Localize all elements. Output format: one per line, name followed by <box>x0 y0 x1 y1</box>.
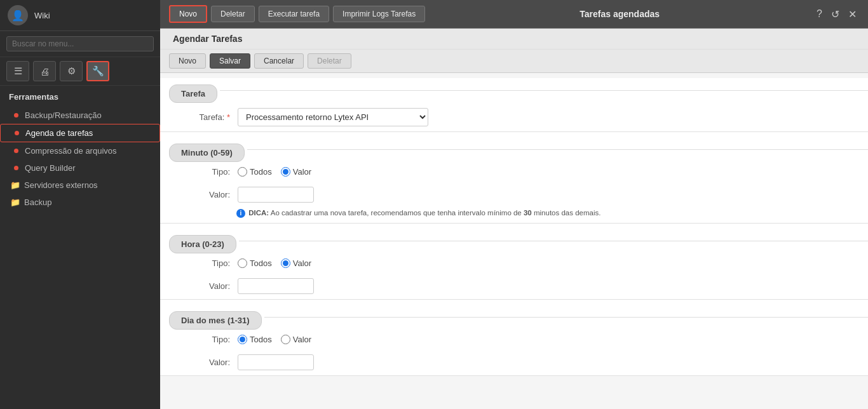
novo-button-top[interactable]: Novo <box>169 5 207 23</box>
top-bar-right-actions: ? ↺ ✕ <box>814 7 859 22</box>
tools-icon-btn[interactable]: 🔧 <box>86 61 109 81</box>
sidebar-item-agenda[interactable]: Agenda de tarefas <box>0 124 160 142</box>
executar-button-top[interactable]: Executar tarefa <box>259 6 329 22</box>
avatar-icon: 👤 <box>11 10 24 22</box>
section-title: Agendar Tarefas <box>173 34 242 44</box>
folder-icon: 📁 <box>10 180 20 190</box>
sidebar-item-label: Agenda de tarefas <box>25 128 93 138</box>
minuto-group-header: Minuto (0-59) <box>160 137 868 162</box>
minuto-valor-label-field: Valor: <box>179 190 230 199</box>
minuto-group: Minuto (0-59) Tipo: Todos Valor <box>160 137 868 224</box>
tarefa-select[interactable]: Processamento retorno Lytex API <box>238 108 428 126</box>
avatar: 👤 <box>8 5 28 25</box>
salvar-button-form[interactable]: Salvar <box>210 53 250 69</box>
sidebar-section-title: Ferramentas <box>0 86 160 104</box>
diameses-valor-label: Valor <box>293 335 311 344</box>
hora-todos-label: Todos <box>250 258 272 268</box>
sidebar-item-label: Servidores externos <box>24 180 98 190</box>
diameses-todos-radio[interactable] <box>238 335 247 344</box>
main-content: Novo Deletar Executar tarefa Imprimir Lo… <box>160 0 868 409</box>
diameses-valor-input[interactable] <box>238 354 314 370</box>
diameses-valor-radio-item[interactable]: Valor <box>281 335 311 344</box>
hora-valor-row: Valor: <box>160 273 868 299</box>
dot-icon <box>14 166 18 170</box>
hint-dica-label: DICA: Ao cadastrar uma nova tarefa, reco… <box>248 209 600 217</box>
diameses-group-header: Dia do mes (1-31) <box>160 305 868 330</box>
diameses-valor-radio[interactable] <box>281 335 290 344</box>
hora-tipo-row: Tipo: Todos Valor <box>160 253 868 273</box>
novo-button-form[interactable]: Novo <box>169 53 206 69</box>
deletar-button-top[interactable]: Deletar <box>211 6 255 22</box>
cancelar-button-form[interactable]: Cancelar <box>254 53 304 69</box>
help-icon[interactable]: ? <box>814 7 825 21</box>
top-bar-left-actions: Novo Deletar Executar tarefa Imprimir Lo… <box>169 5 425 23</box>
sidebar-item-label: Compressão de arquivos <box>25 146 117 156</box>
group-divider <box>247 149 868 150</box>
page-title: Tarefas agendadas <box>580 9 660 19</box>
minuto-todos-label: Todos <box>250 167 272 177</box>
minuto-valor-input[interactable] <box>238 187 314 203</box>
hora-todos-radio-item[interactable]: Todos <box>238 258 272 268</box>
close-icon[interactable]: ✕ <box>846 7 859 22</box>
sidebar-search-container <box>0 31 160 57</box>
tarefa-group-header: Tarefa <box>160 78 868 103</box>
deletar-button-form[interactable]: Deletar <box>308 53 351 69</box>
hora-tipo-label: Tipo: <box>179 258 230 268</box>
minuto-valor-label: Valor <box>293 167 311 177</box>
tarefa-row: Tarefa: * Processamento retorno Lytex AP… <box>160 103 868 131</box>
diameses-valor-row: Valor: <box>160 349 868 375</box>
sidebar-item-backup[interactable]: Backup/Restauração <box>0 107 160 124</box>
settings-icon-btn[interactable]: ⚙ <box>60 61 83 81</box>
diameses-tipo-row: Tipo: Todos Valor <box>160 330 868 349</box>
print-icon-btn[interactable]: 🖨 <box>33 61 56 81</box>
sidebar-item-backup-folder[interactable]: 📁 Backup <box>0 194 160 211</box>
tarefa-group: Tarefa Tarefa: * Processamento retorno L… <box>160 78 868 132</box>
minuto-todos-radio[interactable] <box>238 167 247 177</box>
sidebar-item-label: Query Builder <box>25 163 75 173</box>
dot-icon <box>15 131 19 135</box>
sidebar-item-querybuilder[interactable]: Query Builder <box>0 159 160 177</box>
minuto-tipo-label: Tipo: <box>179 167 230 177</box>
group-divider <box>264 317 868 318</box>
minuto-todos-radio-item[interactable]: Todos <box>238 167 272 177</box>
diameses-tipo-label: Tipo: <box>179 335 230 344</box>
sidebar-icons: ☰ 🖨 ⚙ 🔧 <box>0 57 160 86</box>
hora-valor-input[interactable] <box>238 278 314 294</box>
minuto-valor-radio-item[interactable]: Valor <box>281 167 311 177</box>
section-toolbar: Novo Salvar Cancelar Deletar <box>160 50 868 73</box>
search-input[interactable] <box>6 36 154 51</box>
sidebar: 👤 Wiki ☰ 🖨 ⚙ 🔧 Ferramentas Backup/Restau… <box>0 0 160 409</box>
sidebar-nav: Backup/Restauração Agenda de tarefas Com… <box>0 104 160 213</box>
diameses-group: Dia do mes (1-31) Tipo: Todos Valor <box>160 305 868 376</box>
sidebar-item-servidores[interactable]: 📁 Servidores externos <box>0 177 160 194</box>
top-bar: Novo Deletar Executar tarefa Imprimir Lo… <box>160 0 868 29</box>
diameses-valor-label-field: Valor: <box>179 358 230 367</box>
hora-valor-label: Valor <box>293 258 311 268</box>
minuto-tipo-row: Tipo: Todos Valor <box>160 162 868 182</box>
diameses-todos-radio-item[interactable]: Todos <box>238 335 272 344</box>
group-divider <box>220 90 868 91</box>
hint-icon: i <box>236 209 245 218</box>
dot-icon <box>14 113 18 117</box>
hora-valor-radio-item[interactable]: Valor <box>281 258 311 268</box>
imprimir-button-top[interactable]: Imprimir Logs Tarefas <box>333 6 425 22</box>
content-area: Agendar Tarefas Novo Salvar Cancelar Del… <box>160 29 868 409</box>
minuto-valor-radio[interactable] <box>281 167 290 177</box>
hora-group: Hora (0-23) Tipo: Todos Valor <box>160 229 868 300</box>
dot-icon <box>14 149 18 153</box>
history-icon[interactable]: ↺ <box>829 7 842 22</box>
minuto-group-title: Minuto (0-59) <box>169 144 245 162</box>
section-header: Agendar Tarefas <box>160 29 868 50</box>
sidebar-item-compressao[interactable]: Compressão de arquivos <box>0 142 160 159</box>
document-icon-btn[interactable]: ☰ <box>6 61 29 81</box>
tarefa-group-title: Tarefa <box>169 84 217 103</box>
sidebar-username: Wiki <box>34 11 50 20</box>
hora-todos-radio[interactable] <box>238 258 247 268</box>
group-divider <box>239 241 868 241</box>
tarefa-label: Tarefa: * <box>179 112 230 122</box>
form-body: Tarefa Tarefa: * Processamento retorno L… <box>160 78 868 376</box>
hora-valor-radio[interactable] <box>281 258 290 268</box>
diameses-tipo-radio-group: Todos Valor <box>238 335 311 344</box>
hint-row: i DICA: Ao cadastrar uma nova tarefa, re… <box>160 208 868 223</box>
minuto-valor-row: Valor: <box>160 182 868 208</box>
